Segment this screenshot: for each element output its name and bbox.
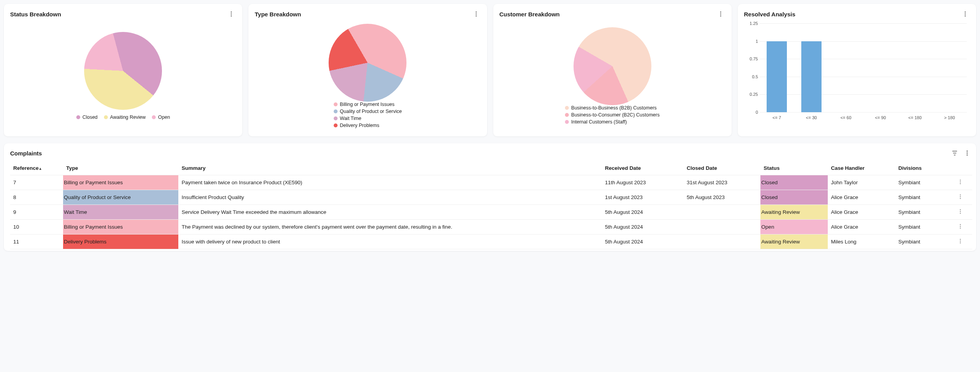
cell-handler: Alice Grace bbox=[828, 220, 895, 234]
svg-point-9 bbox=[965, 12, 966, 13]
cell-received: 11th August 2023 bbox=[602, 175, 684, 190]
legend-label: Internal Customers (Staff) bbox=[571, 119, 627, 125]
legend-item: Internal Customers (Staff) bbox=[565, 119, 627, 125]
complaints-table: Reference▴ Type Summary Received Date Cl… bbox=[10, 161, 972, 249]
x-tick-label: <= 180 bbox=[898, 114, 932, 123]
legend-item: Awaiting Review bbox=[104, 115, 146, 120]
cell-closed bbox=[684, 220, 761, 234]
cell-received: 5th August 2024 bbox=[602, 220, 684, 234]
status-legend: ClosedAwaiting ReviewOpen bbox=[76, 115, 170, 120]
svg-point-19 bbox=[960, 196, 961, 197]
svg-point-13 bbox=[967, 153, 968, 154]
table-row[interactable]: 10Billing or Payment IssuesThe Payment w… bbox=[10, 220, 972, 234]
x-tick-label: <= 90 bbox=[863, 114, 898, 123]
col-status[interactable]: Status bbox=[760, 161, 828, 175]
card-title: Customer Breakdown bbox=[500, 11, 560, 18]
cell-closed bbox=[684, 205, 761, 220]
cell-reference: 8 bbox=[10, 190, 63, 205]
resolved-analysis-card: Resolved Analysis 00.250.50.7511.25 <= 7… bbox=[738, 4, 976, 136]
table-row[interactable]: 8Quality of Product or ServiceInsufficie… bbox=[10, 190, 972, 205]
table-row[interactable]: 9Wait TimeService Delivery Wait Time exc… bbox=[10, 205, 972, 220]
col-type[interactable]: Type bbox=[63, 161, 179, 175]
more-button[interactable] bbox=[227, 9, 236, 19]
col-summary[interactable]: Summary bbox=[178, 161, 602, 175]
more-vertical-icon bbox=[966, 150, 968, 156]
legend-label: Awaiting Review bbox=[110, 115, 146, 120]
col-reference[interactable]: Reference▴ bbox=[10, 161, 63, 175]
legend-label: Business-to-Business (B2B) Customers bbox=[571, 105, 657, 111]
cell-handler: Alice Grace bbox=[828, 205, 895, 220]
y-tick-label: 1 bbox=[745, 39, 758, 44]
more-button[interactable] bbox=[961, 9, 970, 19]
status-breakdown-card: Status Breakdown ClosedAwaiting ReviewOp… bbox=[4, 4, 242, 136]
legend-label: Business-to-Consumer (B2C) Customers bbox=[571, 112, 660, 118]
svg-point-26 bbox=[960, 227, 961, 228]
legend-item: Closed bbox=[76, 115, 98, 120]
row-more-button[interactable] bbox=[960, 224, 961, 229]
more-vertical-icon bbox=[230, 11, 232, 17]
row-more-button[interactable] bbox=[960, 180, 961, 184]
filter-button[interactable] bbox=[950, 148, 960, 158]
cell-division: Symbiant bbox=[895, 175, 948, 190]
card-title: Type Breakdown bbox=[255, 11, 301, 18]
cell-type: Billing or Payment Issues bbox=[63, 175, 179, 190]
col-received[interactable]: Received Date bbox=[602, 161, 684, 175]
y-tick-label: 0.5 bbox=[745, 74, 758, 79]
legend-item: Quality of Product or Service bbox=[334, 109, 402, 114]
more-vertical-icon bbox=[960, 194, 961, 199]
svg-point-18 bbox=[960, 194, 961, 195]
cell-type: Quality of Product or Service bbox=[63, 190, 179, 205]
more-vertical-icon bbox=[720, 11, 721, 17]
x-tick-label: > 180 bbox=[932, 114, 967, 123]
svg-point-24 bbox=[960, 224, 961, 225]
customer-legend: Business-to-Business (B2B) CustomersBusi… bbox=[565, 105, 660, 125]
more-vertical-icon bbox=[964, 11, 966, 17]
more-button[interactable] bbox=[716, 9, 725, 19]
status-pie-chart bbox=[84, 32, 162, 110]
svg-point-3 bbox=[475, 12, 477, 13]
row-more-button[interactable] bbox=[960, 239, 961, 243]
more-vertical-icon bbox=[960, 239, 961, 243]
legend-label: Open bbox=[158, 115, 170, 120]
legend-swatch bbox=[334, 102, 338, 106]
legend-item: Open bbox=[152, 115, 170, 120]
col-divisions[interactable]: Divisions bbox=[895, 161, 948, 175]
table-row[interactable]: 7Billing or Payment IssuesPayment taken … bbox=[10, 175, 972, 190]
more-button[interactable] bbox=[962, 148, 972, 158]
svg-point-12 bbox=[967, 151, 968, 152]
legend-item: Business-to-Consumer (B2C) Customers bbox=[565, 112, 660, 118]
x-tick-label: <= 7 bbox=[760, 114, 794, 123]
sort-indicator-icon: ▴ bbox=[39, 166, 41, 171]
svg-point-6 bbox=[720, 12, 721, 13]
row-more-button[interactable] bbox=[960, 209, 961, 214]
legend-swatch bbox=[334, 116, 338, 120]
table-row[interactable]: 11Delivery ProblemsIssue with delivery o… bbox=[10, 234, 972, 249]
cell-received: 5th August 2024 bbox=[602, 205, 684, 220]
cell-summary: Service Delivery Wait Time exceeded the … bbox=[178, 205, 602, 220]
row-more-button[interactable] bbox=[960, 194, 961, 199]
svg-point-22 bbox=[960, 211, 961, 212]
type-pie-chart bbox=[329, 24, 406, 102]
col-closed[interactable]: Closed Date bbox=[684, 161, 761, 175]
y-tick-label: 0.75 bbox=[745, 56, 758, 61]
resolved-bar-chart: 00.250.50.7511.25 <= 7<= 30<= 60<= 90<= … bbox=[744, 22, 970, 123]
legend-swatch bbox=[104, 115, 108, 119]
cell-reference: 7 bbox=[10, 175, 63, 190]
col-handler[interactable]: Case Handler bbox=[828, 161, 895, 175]
complaints-table-card: Complaints Reference▴ Type Summary Recei… bbox=[4, 143, 976, 251]
cell-summary: The Payment was declined by our system, … bbox=[178, 220, 602, 234]
svg-point-21 bbox=[960, 209, 961, 210]
cell-handler: Alice Grace bbox=[828, 190, 895, 205]
cell-type: Delivery Problems bbox=[63, 234, 179, 249]
y-tick-label: 1.25 bbox=[745, 21, 758, 26]
more-button[interactable] bbox=[472, 9, 481, 19]
svg-point-2 bbox=[231, 16, 232, 17]
svg-point-0 bbox=[231, 12, 232, 13]
legend-label: Delivery Problems bbox=[340, 123, 379, 128]
more-vertical-icon bbox=[960, 209, 961, 214]
svg-point-15 bbox=[960, 180, 961, 180]
svg-point-10 bbox=[965, 14, 966, 15]
cell-closed: 5th August 2023 bbox=[684, 190, 761, 205]
filter-icon bbox=[952, 150, 958, 156]
legend-swatch bbox=[565, 106, 569, 110]
